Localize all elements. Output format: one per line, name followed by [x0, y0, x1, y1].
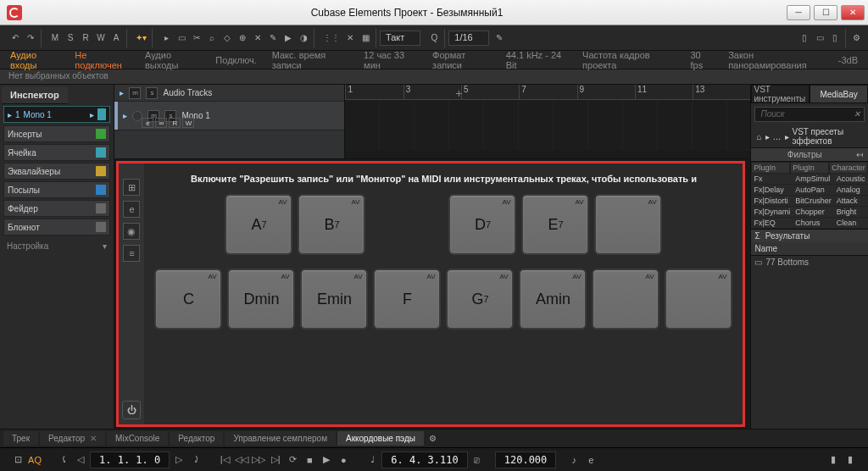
- section-strip[interactable]: Ячейка: [3, 144, 110, 161]
- right-locator-icon[interactable]: ▷: [171, 452, 186, 468]
- draw-icon[interactable]: ✎: [266, 31, 280, 45]
- add-track-icon[interactable]: +: [455, 86, 462, 100]
- tab-mixconsole[interactable]: MixConsole: [107, 431, 168, 446]
- close-icon[interactable]: ✕: [90, 434, 97, 443]
- constrain-icon[interactable]: ⊡: [10, 452, 25, 468]
- search-input[interactable]: Поиск: [754, 107, 865, 122]
- edit-btn[interactable]: e: [142, 118, 153, 128]
- folder-solo[interactable]: s: [146, 87, 158, 99]
- stop-icon[interactable]: ■: [302, 452, 317, 468]
- snap-icon[interactable]: ⋮⋮: [321, 31, 342, 45]
- mediabay-breadcrumb[interactable]: ⌂▸…▸ VST пресеты эффектов: [751, 125, 868, 147]
- range-icon[interactable]: ▭: [175, 31, 188, 45]
- section-notepad[interactable]: Блокнот: [3, 219, 110, 236]
- goto-start-icon[interactable]: |◁: [217, 452, 232, 468]
- output-level-icon[interactable]: ▮: [843, 452, 858, 468]
- freeze-btn[interactable]: ∞: [155, 118, 167, 128]
- sync-icon[interactable]: e: [583, 452, 598, 468]
- auto-quantize-icon[interactable]: AQ: [27, 452, 42, 468]
- filter-item[interactable]: Chopper: [793, 207, 834, 218]
- state-a[interactable]: A: [109, 31, 123, 45]
- chord-globe-icon[interactable]: ◉: [123, 223, 140, 240]
- filter-item[interactable]: Clean: [834, 218, 868, 229]
- minimize-button[interactable]: ─: [787, 5, 810, 20]
- inspector-track-header[interactable]: ▸ 1 Mono 1 ▸: [3, 106, 110, 123]
- tempo-display[interactable]: 120.000: [495, 452, 557, 468]
- filter-item[interactable]: AmpSimul: [793, 174, 834, 185]
- arrange-area[interactable]: 135791113: [345, 85, 750, 158]
- punch-in-icon[interactable]: ⤹: [56, 452, 71, 468]
- filter-col-character[interactable]: Character: [829, 162, 868, 174]
- undo-icon[interactable]: ↶: [8, 31, 22, 45]
- pointer-icon[interactable]: ▸: [159, 31, 173, 45]
- state-m[interactable]: M: [48, 31, 62, 45]
- filter-item[interactable]: Fx: [751, 174, 793, 185]
- inspector-tab[interactable]: Инспектор: [2, 86, 68, 104]
- setup-icon[interactable]: ⚙: [849, 31, 863, 45]
- tab-sampler[interactable]: Управление семплером: [225, 431, 336, 446]
- write-btn[interactable]: W: [182, 118, 194, 128]
- play-tool-icon[interactable]: ▶: [281, 31, 295, 45]
- chord-power-button[interactable]: ⏻: [122, 401, 141, 419]
- chord-pad[interactable]: AVA7: [225, 194, 292, 255]
- track-row[interactable]: ▸ m s Mono 1 e ∞ R W: [114, 102, 344, 130]
- locator-position[interactable]: 1. 1. 1. 0: [90, 452, 170, 468]
- folder-mute[interactable]: m: [129, 87, 141, 99]
- tab-track[interactable]: Трек: [3, 431, 38, 446]
- filter-col-category[interactable]: PlugIn Cate: [751, 162, 790, 174]
- home-icon[interactable]: ⌂: [756, 132, 761, 141]
- section-fader[interactable]: Фейдер: [3, 200, 110, 217]
- layout-2-icon[interactable]: ▭: [813, 31, 826, 45]
- left-locator-icon[interactable]: ◁: [73, 452, 88, 468]
- split-icon[interactable]: ✂: [190, 31, 203, 45]
- chord-pad[interactable]: AVDmin: [227, 269, 295, 330]
- glue-icon[interactable]: ⌕: [205, 31, 219, 45]
- chord-edit-icon[interactable]: e: [123, 201, 140, 218]
- gear-icon[interactable]: ⚙: [426, 432, 439, 446]
- chord-pad[interactable]: AVC: [154, 269, 222, 330]
- read-btn[interactable]: R: [169, 118, 181, 128]
- tab-editor-2[interactable]: Редактор: [170, 431, 223, 446]
- section-inserts[interactable]: Инсерты: [3, 125, 110, 142]
- click-icon[interactable]: ♪: [566, 452, 581, 468]
- maximize-button[interactable]: ☐: [814, 5, 837, 20]
- redo-icon[interactable]: ↷: [24, 31, 37, 45]
- chord-pad[interactable]: AV: [665, 269, 732, 330]
- inspector-settings[interactable]: Настройка▾: [0, 236, 114, 256]
- quantize-icon[interactable]: Q: [427, 31, 441, 45]
- chord-pad[interactable]: AVB7: [298, 194, 365, 255]
- punch-out-icon[interactable]: ⤸: [188, 452, 203, 468]
- color-icon[interactable]: ◑: [297, 31, 310, 45]
- chord-pad[interactable]: AVEmin: [300, 269, 368, 330]
- chord-pad[interactable]: AV: [592, 269, 659, 330]
- chord-pad[interactable]: AVD7: [448, 194, 516, 255]
- state-w[interactable]: W: [94, 31, 108, 45]
- forward-icon[interactable]: ▷▷: [251, 452, 266, 468]
- layout-1-icon[interactable]: ▯: [798, 31, 811, 45]
- goto-end-icon[interactable]: ▷|: [268, 452, 283, 468]
- track-folder-header[interactable]: ▸ m s Audio Tracks: [114, 85, 344, 102]
- tab-mediabay[interactable]: MediaBay: [810, 85, 868, 103]
- results-name-column[interactable]: Name: [751, 242, 868, 256]
- input-level-icon[interactable]: ▮: [826, 452, 841, 468]
- track-color-chip[interactable]: [97, 108, 106, 120]
- filter-item[interactable]: Fx|Dynami: [751, 207, 793, 218]
- tab-vst-instruments[interactable]: VST инструменты: [751, 85, 810, 103]
- result-item[interactable]: ▭77 Bottoms: [751, 256, 868, 269]
- filter-item[interactable]: AutoPan: [793, 185, 834, 196]
- chord-pad[interactable]: AVF: [373, 269, 441, 330]
- chord-settings-icon[interactable]: ⊞: [123, 179, 140, 196]
- section-eq[interactable]: Эквалайзеры: [3, 163, 110, 180]
- mute-icon[interactable]: ✕: [251, 31, 264, 45]
- chord-voicing-icon[interactable]: ≡: [123, 245, 140, 262]
- filter-item[interactable]: Chorus: [793, 218, 834, 229]
- state-s[interactable]: S: [64, 31, 77, 45]
- grid-type-select[interactable]: Такт: [380, 30, 420, 46]
- filter-item[interactable]: Attack: [834, 196, 868, 207]
- ruler[interactable]: 135791113: [345, 85, 750, 100]
- layout-3-icon[interactable]: ▯: [828, 31, 842, 45]
- section-sends[interactable]: Посылы: [3, 181, 110, 198]
- filter-item[interactable]: Bright: [834, 207, 868, 218]
- state-r[interactable]: R: [79, 31, 92, 45]
- filter-item[interactable]: Fx|Delay: [751, 185, 793, 196]
